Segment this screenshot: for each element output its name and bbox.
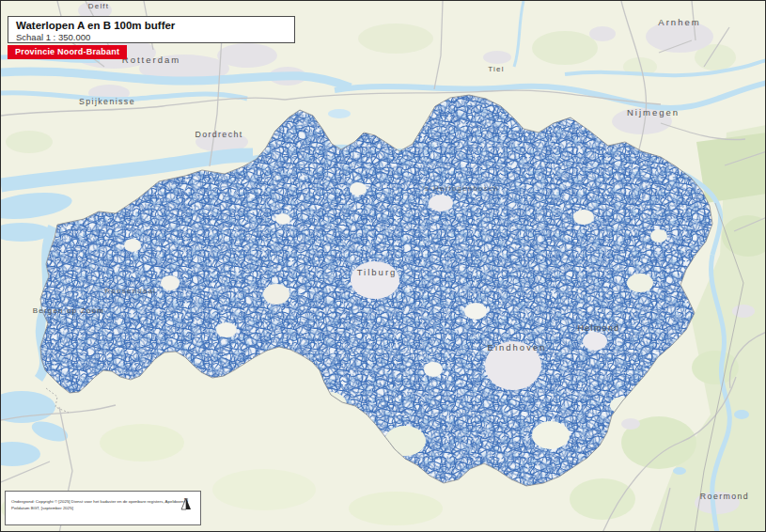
- map-title-box: Waterlopen A en B 100m buffer Schaal 1 :…: [8, 16, 295, 43]
- map-title: Waterlopen A en B 100m buffer: [16, 20, 287, 32]
- attribution-line2: Peildatum BGT, [september 2025]: [11, 505, 195, 511]
- city-label-eindhoven: Eindhoven: [488, 342, 547, 352]
- north-arrow-icon: [180, 497, 193, 511]
- city-label-roosendaal: Roosendaal: [105, 287, 157, 295]
- north-arrow: N: [180, 497, 193, 520]
- city-label-tiel: Tiel: [488, 65, 504, 73]
- map-canvas: Delft Rotterdam Spijkenisse Dordrecht Ti…: [1, 1, 766, 532]
- city-label-spijkenisse: Spijkenisse: [79, 97, 135, 106]
- city-label-arnhem: Arnhem: [658, 17, 700, 27]
- map-scale: Schaal 1 : 350.000: [16, 32, 287, 42]
- city-label-roermond: Roermond: [700, 492, 749, 501]
- city-label-rotterdam: Rotterdam: [122, 55, 180, 65]
- city-label-tilburg: Tilburg: [357, 267, 398, 277]
- city-label-helmond: Helmond: [577, 323, 619, 333]
- attribution-line1: Ondergrond: Copyright © [2025] Dienst vo…: [11, 498, 195, 505]
- city-label-dordrecht: Dordrecht: [195, 130, 242, 139]
- province-banner: Provincie Noord-Brabant: [8, 45, 127, 59]
- city-label-s-hertogenbosch: 's-Hertogenbosch: [422, 184, 499, 193]
- attribution-box: Ondergrond: Copyright © [2025] Dienst vo…: [5, 491, 201, 525]
- city-label-delft: Delft: [88, 2, 109, 10]
- city-label-nijmegen: Nijmegen: [627, 107, 680, 117]
- city-label-bergen-op-zoom: Bergen op Zoom: [33, 306, 104, 315]
- map-page: Delft Rotterdam Spijkenisse Dordrecht Ti…: [0, 0, 766, 532]
